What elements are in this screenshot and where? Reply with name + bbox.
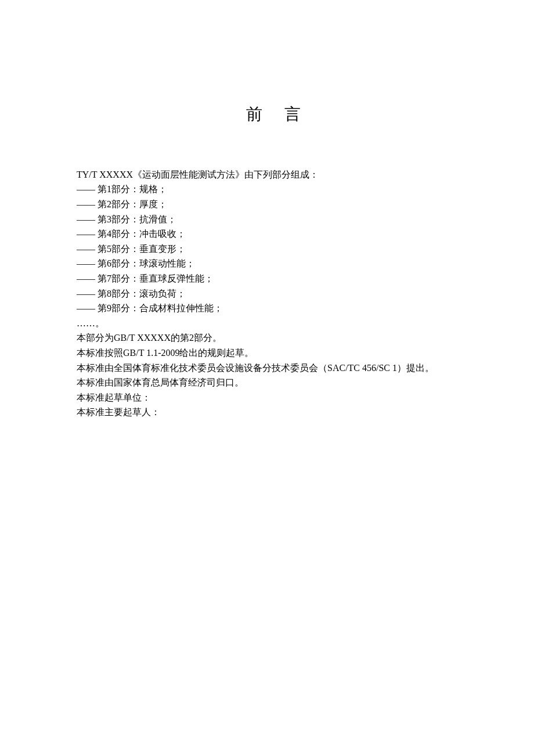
part-item: —— 第2部分：厚度； bbox=[77, 197, 470, 212]
ellipsis-line: ……。 bbox=[77, 316, 470, 331]
part-item: —— 第9部分：合成材料拉伸性能； bbox=[77, 301, 470, 316]
intro-paragraph: TY/T XXXXX《运动面层性能测试方法》由下列部分组成： bbox=[77, 167, 470, 182]
part-item: —— 第3部分：抗滑值； bbox=[77, 212, 470, 227]
document-title: 前言 bbox=[77, 102, 470, 128]
part-item: —— 第5部分：垂直变形； bbox=[77, 242, 470, 257]
statement-line: 本标准起草单位： bbox=[77, 390, 470, 405]
part-item: —— 第8部分：滚动负荷； bbox=[77, 286, 470, 301]
statement-line: 本标准主要起草人： bbox=[77, 405, 470, 420]
part-item: —— 第6部分：球滚动性能； bbox=[77, 256, 470, 271]
statement-line: 本部分为GB/T XXXXX的第2部分。 bbox=[77, 330, 470, 345]
part-item: —— 第4部分：冲击吸收； bbox=[77, 226, 470, 242]
statement-line: 本标准按照GB/T 1.1-2009给出的规则起草。 bbox=[77, 345, 470, 361]
part-item: —— 第7部分：垂直球反弹性能； bbox=[77, 271, 470, 286]
statement-line: 本标准由全国体育标准化技术委员会设施设备分技术委员会（SAC/TC 456/SC… bbox=[77, 361, 470, 376]
part-item: —— 第1部分：规格； bbox=[77, 182, 470, 197]
statement-line: 本标准由国家体育总局体育经济司归口。 bbox=[77, 375, 470, 390]
